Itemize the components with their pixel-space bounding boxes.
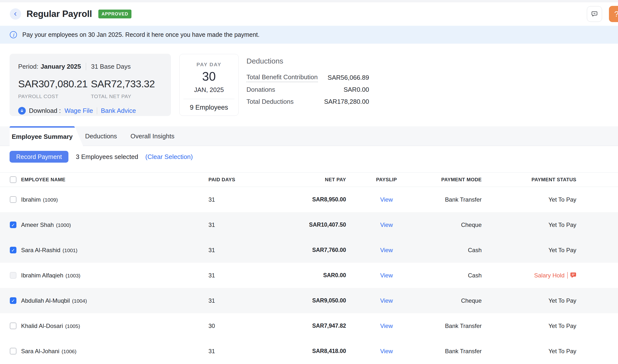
tab-deductions[interactable]: Deductions bbox=[85, 126, 117, 146]
payslip-view-link[interactable]: View bbox=[380, 297, 393, 304]
payment-mode-value: Bank Transfer bbox=[427, 196, 482, 203]
payment-status-cell: Yet To Pay bbox=[482, 247, 576, 254]
divider bbox=[86, 63, 86, 70]
deductions-panel: Deductions Total Benefit Contribution SA… bbox=[246, 57, 369, 108]
employee-name: Ibrahim Alfaqieh bbox=[21, 272, 63, 279]
payslip-view-link[interactable]: View bbox=[380, 196, 393, 203]
select-all-checkbox[interactable] bbox=[10, 176, 16, 183]
payday-label: PAY DAY bbox=[180, 62, 238, 67]
period-label: Period: bbox=[18, 63, 38, 70]
payday-day: 30 bbox=[180, 69, 238, 84]
employee-name-cell: Sara Al-Rashid(1001) bbox=[21, 247, 208, 254]
row-checkbox[interactable] bbox=[10, 247, 16, 253]
payment-status-cell: Yet To Pay bbox=[482, 221, 576, 228]
selection-count-text: 3 Employees selected bbox=[76, 153, 138, 161]
payment-status-value: Yet To Pay bbox=[549, 297, 576, 304]
deduction-value: SAR0.00 bbox=[344, 86, 369, 93]
row-checkbox[interactable] bbox=[10, 323, 16, 329]
row-checkbox[interactable] bbox=[10, 221, 16, 228]
row-checkbox[interactable] bbox=[10, 272, 16, 279]
table-row: Sara Al-Rashid(1001) 31 SAR7,760.00 View… bbox=[0, 237, 618, 263]
payroll-cost-value: SAR307,080.21 bbox=[18, 78, 91, 90]
column-header-payment-mode: PAYMENT MODE bbox=[427, 177, 482, 182]
header-actions: ? bbox=[587, 6, 618, 22]
clear-selection-link[interactable]: (Clear Selection) bbox=[145, 153, 193, 161]
info-banner-text: Pay your employees on 30 Jan 2025. Recor… bbox=[22, 31, 259, 38]
employee-name: Sara Al-Rashid bbox=[21, 247, 60, 253]
deduction-row: Donations SAR0.00 bbox=[246, 84, 369, 96]
back-button[interactable] bbox=[10, 8, 21, 20]
employee-id: (1001) bbox=[63, 247, 77, 253]
deduction-row: Total Deductions SAR178,280.00 bbox=[246, 96, 369, 108]
payment-status-value: Yet To Pay bbox=[549, 221, 576, 228]
table-row: Ibrahim Alfaqieh(1003) 31 SAR0.00 View C… bbox=[0, 263, 618, 288]
payslip-view-link[interactable]: View bbox=[380, 348, 393, 354]
deduction-value: SAR56,066.89 bbox=[328, 74, 369, 81]
net-pay-value: SAR9,050.00 bbox=[270, 297, 346, 304]
chevron-left-icon bbox=[13, 11, 18, 17]
deductions-title: Deductions bbox=[246, 57, 369, 65]
table-header-row: EMPLOYEE NAME PAID DAYS NET PAY PAYSLIP … bbox=[0, 172, 618, 187]
payslip-view-link[interactable]: View bbox=[380, 272, 393, 279]
payment-status-value: Yet To Pay bbox=[549, 348, 576, 355]
payment-status-value: Yet To Pay bbox=[549, 247, 576, 254]
help-button[interactable]: ? bbox=[609, 6, 618, 22]
payment-mode-value: Cash bbox=[427, 272, 482, 279]
column-header-payslip: PAYSLIP bbox=[346, 177, 427, 182]
employee-name-cell: Ameer Shah(1000) bbox=[21, 221, 208, 228]
employee-id: (1004) bbox=[72, 298, 87, 304]
row-checkbox[interactable] bbox=[10, 297, 16, 304]
employee-id: (1003) bbox=[65, 273, 80, 278]
total-net-pay-label: TOTAL NET PAY bbox=[91, 93, 164, 99]
payment-status-cell: Yet To Pay bbox=[482, 196, 576, 203]
table-row: Ameer Shah(1000) 31 SAR10,407.50 View Ch… bbox=[0, 212, 618, 237]
row-checkbox[interactable] bbox=[10, 196, 16, 203]
tab-overall-insights[interactable]: Overall Insights bbox=[130, 126, 174, 146]
divider bbox=[567, 272, 568, 279]
payment-mode-value: Cheque bbox=[427, 297, 482, 304]
arrow-down-circle-icon bbox=[18, 107, 26, 115]
info-circle-icon: i bbox=[10, 31, 17, 38]
table-row: Khalid Al-Dosari(1005) 30 SAR7,947.82 Vi… bbox=[0, 313, 618, 338]
payment-mode-value: Bank Transfer bbox=[427, 323, 482, 329]
tab-employee-summary[interactable]: Employee Summary bbox=[10, 126, 83, 146]
payment-status-value: Salary Hold bbox=[534, 272, 565, 279]
employee-name-cell: Ibrahim Alfaqieh(1003) bbox=[21, 272, 208, 279]
salary-hold-comment-icon[interactable] bbox=[570, 273, 576, 278]
payment-mode-value: Cash bbox=[427, 247, 482, 254]
download-label: Download : bbox=[29, 107, 61, 115]
base-days: 31 Base Days bbox=[91, 63, 131, 70]
column-header-employee-name: EMPLOYEE NAME bbox=[21, 177, 208, 182]
payslip-view-link[interactable]: View bbox=[380, 221, 393, 228]
employee-name: Khalid Al-Dosari bbox=[21, 323, 63, 329]
payment-mode-value: Bank Transfer bbox=[427, 348, 482, 355]
column-header-paid-days: PAID DAYS bbox=[208, 177, 270, 182]
deductions-rows: Total Benefit Contribution SAR56,066.89 … bbox=[246, 72, 369, 108]
payday-month-year: JAN, 2025 bbox=[180, 86, 238, 94]
page-header: Regular Payroll APPROVED ? bbox=[0, 2, 618, 26]
employee-name-cell: Khalid Al-Dosari(1005) bbox=[21, 323, 208, 329]
deduction-value: SAR178,280.00 bbox=[324, 98, 369, 105]
wage-file-link[interactable]: Wage File bbox=[64, 107, 93, 115]
question-mark-icon: ? bbox=[614, 10, 618, 19]
tab-bar: Employee Summary Deductions Overall Insi… bbox=[0, 126, 618, 146]
payment-status-cell: Yet To Pay bbox=[482, 348, 576, 355]
record-payment-button[interactable]: Record Payment bbox=[10, 151, 68, 163]
payslip-view-link[interactable]: View bbox=[380, 247, 393, 253]
payrun-detail-page: Regular Payroll APPROVED ? i Pay your em… bbox=[0, 0, 618, 364]
tab-label: Employee Summary bbox=[10, 128, 75, 146]
employee-name: Ibrahim bbox=[21, 196, 41, 203]
paid-days-value: 31 bbox=[208, 196, 270, 203]
row-checkbox[interactable] bbox=[10, 348, 16, 354]
paid-days-value: 30 bbox=[208, 323, 270, 329]
employee-name-cell: Abdullah Al-Muqbil(1004) bbox=[21, 297, 208, 304]
feedback-button[interactable] bbox=[587, 6, 602, 22]
payslip-view-link[interactable]: View bbox=[380, 323, 393, 329]
payroll-cost-label: PAYROLL COST bbox=[18, 93, 91, 99]
column-header-payment-status: PAYMENT STATUS bbox=[482, 177, 576, 182]
employee-id: (1000) bbox=[56, 222, 71, 228]
paid-days-value: 31 bbox=[208, 272, 270, 279]
net-pay-value: SAR8,950.00 bbox=[270, 196, 346, 203]
bank-advice-link[interactable]: Bank Advice bbox=[101, 107, 136, 115]
paid-days-value: 31 bbox=[208, 297, 270, 304]
